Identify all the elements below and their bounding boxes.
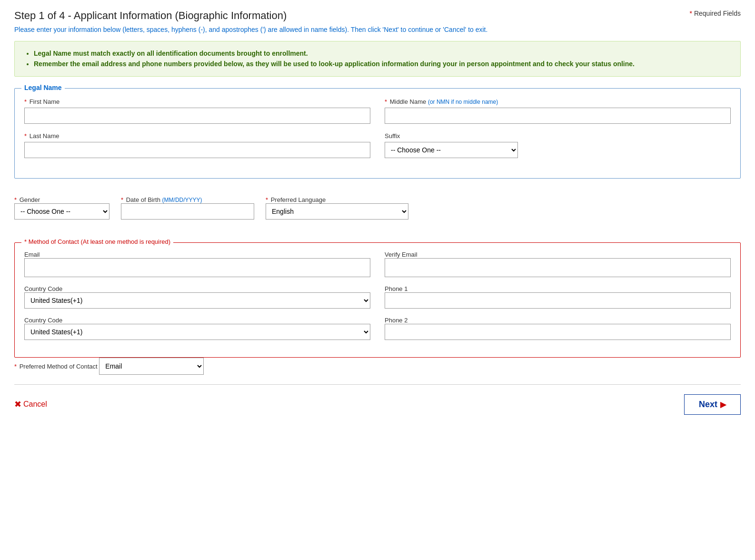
first-name-input[interactable] xyxy=(24,108,370,124)
gender-star: * xyxy=(14,196,19,203)
dob-star: * xyxy=(121,196,125,203)
info-line: Please enter your information below (let… xyxy=(14,26,741,33)
notice-item-2: Remember the email address and phone num… xyxy=(34,59,731,69)
middle-name-label: * Middle Name (or NMN if no middle name) xyxy=(385,98,731,105)
country-code-1-select[interactable]: United States(+1) Canada(+1) Mexico(+52)… xyxy=(24,292,370,309)
method-of-contact-section: * Method of Contact (At least one method… xyxy=(14,242,741,358)
country-code-1-label: Country Code xyxy=(24,285,62,292)
last-name-star: * xyxy=(24,132,29,140)
lang-label: * Preferred Language xyxy=(266,196,326,203)
phone2-row: Country Code United States(+1) Canada(+1… xyxy=(24,316,731,340)
name-row-1: * First Name * Middle Name (or NMN if no… xyxy=(24,98,731,124)
bottom-bar: ✖ Cancel Next ▶ xyxy=(14,384,741,415)
gender-select[interactable]: -- Choose One -- Male Female Unknown xyxy=(14,203,109,220)
suffix-label: Suffix xyxy=(385,132,518,140)
required-fields-note: * Required Fields xyxy=(690,10,741,17)
suffix-select[interactable]: -- Choose One -- Jr. Sr. II III IV V xyxy=(385,142,518,158)
phone1-input[interactable] xyxy=(385,292,731,309)
preferred-method-section: * Preferred Method of Contact Email Phon… xyxy=(14,358,741,375)
first-name-label: * First Name xyxy=(24,98,370,105)
cancel-label: Cancel xyxy=(23,400,47,409)
country-code-1-col: Country Code United States(+1) Canada(+1… xyxy=(24,285,370,309)
phone2-col: Phone 2 xyxy=(385,316,731,340)
cancel-x-icon: ✖ xyxy=(14,399,21,410)
demographics-row: * Gender -- Choose One -- Male Female Un… xyxy=(14,188,741,235)
email-row: Email Verify Email xyxy=(24,250,731,277)
first-name-star: * xyxy=(24,98,29,105)
country-code-2-label: Country Code xyxy=(24,317,62,324)
first-name-col: * First Name xyxy=(24,98,370,124)
legal-name-legend: Legal Name xyxy=(21,84,65,91)
middle-name-sublabel: (or NMN if no middle name) xyxy=(428,99,498,105)
country-code-2-select[interactable]: United States(+1) Canada(+1) Mexico(+52)… xyxy=(24,324,370,340)
page-title: Step 1 of 4 - Applicant Information (Bio… xyxy=(14,10,287,22)
dob-sublabel: (MM/DD/YYYY) xyxy=(162,197,202,203)
page-header: Step 1 of 4 - Applicant Information (Bio… xyxy=(14,10,741,22)
notice-item-1: Legal Name must match exactly on all ide… xyxy=(34,48,731,59)
gender-dob-lang-container: * Gender -- Choose One -- Male Female Un… xyxy=(14,188,741,227)
name-row-2: * Last Name Suffix -- Choose One -- Jr. … xyxy=(24,132,731,158)
next-button[interactable]: Next ▶ xyxy=(684,394,741,415)
middle-name-input[interactable] xyxy=(385,108,731,124)
verify-email-input[interactable] xyxy=(385,258,731,277)
notice-box: Legal Name must match exactly on all ide… xyxy=(14,41,741,77)
suffix-col: Suffix -- Choose One -- Jr. Sr. II III I… xyxy=(385,132,518,158)
preferred-method-star: * xyxy=(14,363,19,370)
required-fields-text: Required Fields xyxy=(694,10,741,17)
preferred-method-select[interactable]: Email Phone xyxy=(99,358,204,375)
country-code-2-col: Country Code United States(+1) Canada(+1… xyxy=(24,316,370,340)
cancel-button[interactable]: ✖ Cancel xyxy=(14,399,47,410)
phone1-row: Country Code United States(+1) Canada(+1… xyxy=(24,285,731,309)
last-name-label: * Last Name xyxy=(24,132,370,140)
lang-star: * xyxy=(266,196,270,203)
lang-col: * Preferred Language English Spanish Fre… xyxy=(266,196,408,220)
middle-name-col: * Middle Name (or NMN if no middle name) xyxy=(385,98,731,124)
phone1-label: Phone 1 xyxy=(385,285,407,292)
phone1-col: Phone 1 xyxy=(385,285,731,309)
notice-list: Legal Name must match exactly on all ide… xyxy=(24,48,731,70)
gender-label: * Gender xyxy=(14,196,40,203)
verify-email-label: Verify Email xyxy=(385,251,417,258)
dob-input[interactable] xyxy=(121,203,254,220)
email-input[interactable] xyxy=(24,258,370,277)
last-name-col: * Last Name xyxy=(24,132,370,158)
next-label: Next xyxy=(699,400,717,410)
dob-label: * Date of Birth (MM/DD/YYYY) xyxy=(121,196,202,203)
legal-name-section: Legal Name * First Name * Middle Name (o… xyxy=(14,88,741,179)
middle-name-star: * xyxy=(385,98,389,105)
phone2-input[interactable] xyxy=(385,324,731,340)
next-arrow-icon: ▶ xyxy=(720,400,726,409)
dob-col: * Date of Birth (MM/DD/YYYY) xyxy=(121,196,254,220)
phone2-label: Phone 2 xyxy=(385,317,407,324)
language-select[interactable]: English Spanish French Other xyxy=(266,203,408,220)
last-name-input[interactable] xyxy=(24,142,370,158)
verify-email-col: Verify Email xyxy=(385,250,731,277)
preferred-method-label: * Preferred Method of Contact xyxy=(14,363,99,370)
email-label: Email xyxy=(24,251,40,258)
required-star: * xyxy=(690,10,694,17)
email-col: Email xyxy=(24,250,370,277)
gender-col: * Gender -- Choose One -- Male Female Un… xyxy=(14,196,109,220)
contact-legend: * Method of Contact (At least one method… xyxy=(21,238,173,245)
